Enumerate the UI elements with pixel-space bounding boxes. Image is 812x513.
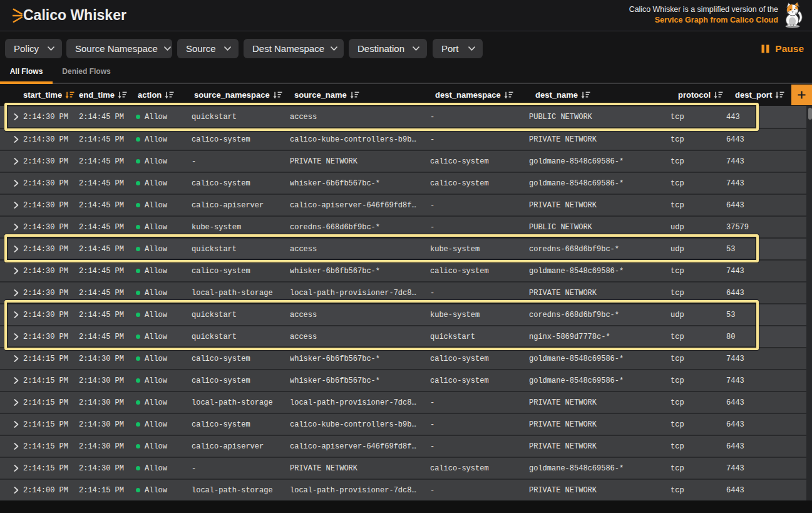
expand-chevron-icon[interactable]	[0, 421, 23, 428]
flow-row[interactable]: 2:14:00 PM 2:14:15 PM Allow local-path-s…	[0, 479, 806, 500]
column-header-dest_namespace[interactable]: dest_namespace	[435, 84, 513, 106]
expand-chevron-icon[interactable]	[0, 399, 23, 406]
add-column-button[interactable]	[791, 85, 812, 105]
tab-all-flows[interactable]: All Flows	[0, 60, 53, 83]
cell-action: Allow	[132, 201, 192, 210]
cell-dest-name: PUBLIC NETWORK	[529, 223, 671, 232]
expand-chevron-icon[interactable]	[0, 246, 23, 252]
expand-chevron-icon[interactable]	[0, 180, 23, 187]
cell-dest-port: 6443	[726, 420, 806, 429]
flow-row[interactable]: 2:14:15 PM 2:14:30 PM Allow calico-syste…	[0, 369, 806, 391]
cell-action: Allow	[132, 398, 192, 407]
cell-dest-namespace: calico-system	[430, 355, 529, 363]
sort-desc-icon[interactable]	[350, 91, 359, 99]
filter-policy[interactable]: Policy	[5, 39, 62, 58]
flow-row[interactable]: 2:14:30 PM 2:14:45 PM Allow calico-syste…	[0, 259, 806, 281]
sort-desc-icon[interactable]	[504, 91, 513, 99]
sort-desc-icon[interactable]	[775, 91, 784, 99]
tab-denied-flows[interactable]: Denied Flows	[53, 60, 120, 83]
flow-row[interactable]: 2:14:30 PM 2:14:45 PM Allow quickstart a…	[0, 237, 806, 259]
cell-end-time: 2:14:45 PM	[79, 135, 132, 144]
sort-desc-icon[interactable]	[714, 91, 723, 99]
cell-end-time: 2:14:45 PM	[79, 201, 132, 210]
allow-status-label: Allow	[145, 289, 167, 298]
cell-start-time: 2:14:15 PM	[23, 376, 79, 385]
column-header-protocol[interactable]: protocol	[678, 84, 723, 106]
flow-row[interactable]: 2:14:30 PM 2:14:45 PM Allow quickstart a…	[0, 106, 806, 128]
filter-port[interactable]: Port	[433, 39, 483, 58]
tab-all-flows-label: All Flows	[10, 67, 43, 76]
filter-source-namespace[interactable]: Source Namespace	[66, 39, 172, 58]
expand-chevron-icon[interactable]	[0, 202, 23, 209]
cell-action: Allow	[132, 157, 192, 166]
column-header-action[interactable]: action	[138, 84, 174, 106]
flow-row[interactable]: 2:14:15 PM 2:14:30 PM Allow - PRIVATE NE…	[0, 457, 806, 479]
expand-chevron-icon[interactable]	[0, 289, 23, 296]
expand-chevron-icon[interactable]	[0, 311, 23, 318]
expand-chevron-icon[interactable]	[0, 333, 23, 340]
allow-status-label: Allow	[145, 223, 167, 232]
cell-dest-namespace: -	[430, 486, 529, 495]
column-header-label: protocol	[678, 90, 711, 100]
cell-end-time: 2:14:45 PM	[79, 157, 132, 166]
cell-dest-name: coredns-668d6bf9bc-*	[529, 245, 671, 254]
sort-desc-icon[interactable]	[165, 91, 174, 99]
expand-chevron-icon[interactable]	[0, 377, 23, 384]
service-graph-link[interactable]: Service Graph from Calico Cloud	[629, 15, 778, 26]
flow-row[interactable]: 2:14:30 PM 2:14:45 PM Allow quickstart a…	[0, 303, 806, 325]
column-header-end_time[interactable]: end_time	[79, 84, 127, 106]
column-header-dest_name[interactable]: dest_name	[535, 84, 590, 106]
flow-row[interactable]: 2:14:30 PM 2:14:45 PM Allow calico-syste…	[0, 128, 806, 150]
sort-desc-icon[interactable]	[581, 91, 590, 99]
expand-chevron-icon[interactable]	[0, 487, 23, 494]
allow-status-label: Allow	[145, 179, 167, 188]
scrollbar-thumb[interactable]	[808, 108, 812, 120]
cell-action: Allow	[132, 245, 192, 254]
sort-desc-icon[interactable]	[118, 91, 127, 99]
cell-source-name: whisker-6b6fb567bc-*	[290, 267, 430, 276]
cell-dest-name: PUBLIC NETWORK	[529, 113, 671, 122]
cell-protocol: tcp	[671, 157, 726, 166]
sort-desc-icon-active[interactable]	[65, 91, 75, 99]
flow-row[interactable]: 2:14:15 PM 2:14:30 PM Allow calico-syste…	[0, 413, 806, 435]
filter-destination[interactable]: Destination	[349, 39, 427, 58]
cell-dest-port: 7443	[726, 355, 806, 363]
pause-button[interactable]: Pause	[761, 39, 804, 58]
column-header-start_time[interactable]: start_time	[23, 84, 75, 106]
expand-chevron-icon[interactable]	[0, 465, 23, 472]
cell-action: Allow	[132, 333, 192, 341]
column-header-dest_port[interactable]: dest_port	[735, 84, 784, 106]
flow-row[interactable]: 2:14:30 PM 2:14:45 PM Allow kube-system …	[0, 215, 806, 237]
column-header-source_namespace[interactable]: source_namespace	[194, 84, 282, 106]
expand-chevron-icon[interactable]	[0, 267, 23, 274]
flow-row[interactable]: 2:14:15 PM 2:14:30 PM Allow local-path-s…	[0, 391, 806, 413]
flow-row[interactable]: 2:14:30 PM 2:14:45 PM Allow calico-apise…	[0, 194, 806, 215]
cell-action: Allow	[132, 464, 192, 473]
cell-source-name: whisker-6b6fb567bc-*	[290, 355, 430, 363]
expand-chevron-icon[interactable]	[0, 224, 23, 231]
flow-row[interactable]: 2:14:30 PM 2:14:45 PM Allow local-path-s…	[0, 281, 806, 303]
expand-chevron-icon[interactable]	[0, 158, 23, 165]
cell-source-namespace: calico-system	[192, 179, 290, 188]
cell-dest-port: 7443	[726, 376, 806, 385]
sort-desc-icon[interactable]	[273, 91, 282, 99]
flow-row[interactable]: 2:14:30 PM 2:14:45 PM Allow - PRIVATE NE…	[0, 150, 806, 172]
flow-row[interactable]: 2:14:30 PM 2:14:45 PM Allow calico-syste…	[0, 172, 806, 194]
flow-table-body: 2:14:30 PM 2:14:45 PM Allow quickstart a…	[0, 106, 806, 500]
column-header-source_name[interactable]: source_name	[294, 84, 359, 106]
cell-protocol: tcp	[671, 442, 726, 451]
flow-row[interactable]: 2:14:15 PM 2:14:30 PM Allow calico-apise…	[0, 435, 806, 457]
flow-row[interactable]: 2:14:15 PM 2:14:30 PM Allow calico-syste…	[0, 347, 806, 369]
tagline: Calico Whisker is a simplified version o…	[629, 4, 778, 25]
filter-dest-namespace[interactable]: Dest Namespace	[244, 39, 344, 58]
expand-chevron-icon[interactable]	[0, 443, 23, 450]
cell-source-namespace: calico-system	[192, 376, 290, 385]
scrollbar-track[interactable]	[806, 106, 812, 500]
allow-status-label: Allow	[145, 245, 167, 254]
expand-chevron-icon[interactable]	[0, 136, 23, 143]
cell-source-namespace: local-path-storage	[192, 398, 290, 407]
expand-chevron-icon[interactable]	[0, 113, 23, 120]
flow-row[interactable]: 2:14:30 PM 2:14:45 PM Allow quickstart a…	[0, 325, 806, 347]
expand-chevron-icon[interactable]	[0, 355, 23, 362]
filter-source[interactable]: Source	[177, 39, 239, 58]
